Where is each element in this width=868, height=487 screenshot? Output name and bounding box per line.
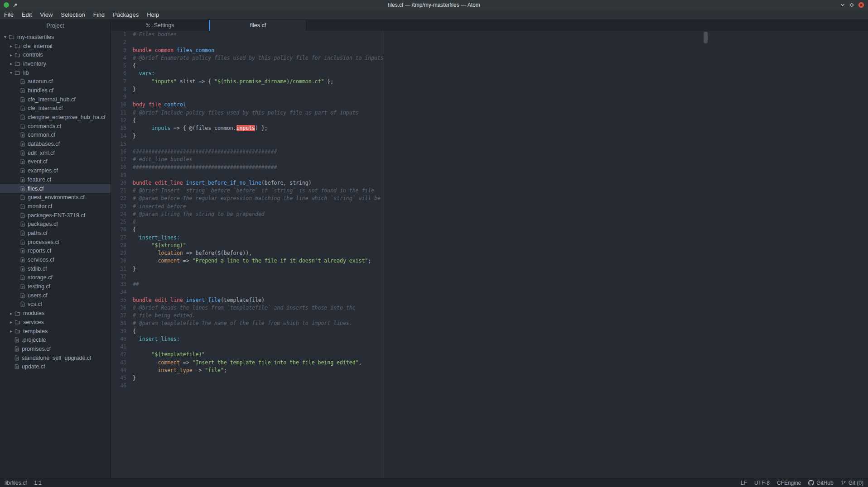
code-token: comment [158, 258, 179, 264]
tree-file-event.cf[interactable]: event.cf [0, 158, 111, 167]
chevron-right-icon[interactable]: ▸ [8, 61, 14, 66]
line-number: 39 [111, 328, 126, 335]
scrollbar-thumb[interactable] [704, 32, 708, 43]
tree-item-label: storage.cf [28, 274, 53, 281]
code-token: # Files bodies [133, 31, 177, 38]
file-icon [20, 213, 25, 218]
tree-folder-lib[interactable]: ▾lib [0, 68, 111, 77]
tree-file-monitor.cf[interactable]: monitor.cf [0, 202, 111, 211]
code-token: "$(templatefile)" [152, 351, 205, 358]
tab-files.cf[interactable]: files.cf [209, 20, 306, 31]
tree-file-update.cf[interactable]: update.cf [0, 362, 111, 371]
tree-file-files.cf[interactable]: files.cf [0, 184, 111, 193]
code-token [133, 70, 139, 76]
tree-file-cfe_internal.cf[interactable]: cfe_internal.cf [0, 104, 111, 113]
tree-file-bundles.cf[interactable]: bundles.cf [0, 86, 111, 95]
status-line-ending[interactable]: LF [741, 480, 747, 486]
file-icon [20, 141, 25, 147]
chevron-right-icon[interactable]: ▸ [8, 320, 14, 325]
chevron-down-icon[interactable]: ▾ [8, 70, 14, 75]
code-line: inputs => { @(files_common.inputs) }; [133, 124, 868, 132]
folder-icon [14, 311, 20, 316]
tree-file-vcs.cf[interactable]: vcs.cf [0, 300, 111, 309]
status-grammar[interactable]: CFEngine [777, 480, 801, 486]
menu-file[interactable]: File [0, 10, 18, 20]
tree-file-examples.cf[interactable]: examples.cf [0, 166, 111, 175]
chevron-right-icon[interactable]: ▸ [8, 329, 14, 334]
tree-folder-services[interactable]: ▸services [0, 318, 111, 327]
code-line: vars: [133, 70, 868, 77]
tree-folder-inventory[interactable]: ▸inventory [0, 59, 111, 68]
tree-file-databases.cf[interactable]: databases.cf [0, 139, 111, 148]
menu-edit[interactable]: Edit [18, 10, 36, 20]
menu-packages[interactable]: Packages [109, 10, 143, 20]
code-token: ########################################… [133, 148, 277, 155]
tree-file-cfengine_enterprise_hub_ha.cf[interactable]: cfengine_enterprise_hub_ha.cf [0, 113, 111, 122]
tree-file-testing.cf[interactable]: testing.cf [0, 282, 111, 291]
menu-find[interactable]: Find [89, 10, 109, 20]
tree-folder-my-masterfiles[interactable]: ▾my-masterfiles [0, 33, 111, 42]
tab-settings[interactable]: Settings [111, 20, 209, 31]
tree-folder-modules[interactable]: ▸modules [0, 309, 111, 318]
maximize-diamond-icon[interactable] [849, 2, 854, 8]
chevron-right-icon[interactable]: ▸ [8, 53, 14, 57]
status-file-path[interactable]: lib/files.cf [5, 480, 27, 486]
atom-app-icon[interactable] [4, 2, 9, 8]
tree-file-edit_xml.cf[interactable]: edit_xml.cf [0, 148, 111, 158]
tree-item-label: testing.cf [28, 283, 50, 290]
menu-help[interactable]: Help [143, 10, 163, 20]
code-token: # @param templatefile The name of the fi… [133, 320, 352, 326]
tree-item-label: files.cf [28, 186, 43, 192]
menu-selection[interactable]: Selection [57, 10, 89, 20]
tree-file-stdlib.cf[interactable]: stdlib.cf [0, 264, 111, 273]
tree-file-cfe_internal_hub.cf[interactable]: cfe_internal_hub.cf [0, 95, 111, 104]
code-token: file [149, 101, 161, 108]
tree-file-reports.cf[interactable]: reports.cf [0, 247, 111, 256]
tree-file-autorun.cf[interactable]: autorun.cf [0, 77, 111, 86]
tree-folder-templates[interactable]: ▸templates [0, 327, 111, 336]
tree-file-standalone_self_upgrade.cf[interactable]: standalone_self_upgrade.cf [0, 353, 111, 363]
tree-file-.projectile[interactable]: .projectile [0, 335, 111, 344]
tree-file-packages.cf[interactable]: packages.cf [0, 220, 111, 229]
tree-file-users.cf[interactable]: users.cf [0, 291, 111, 300]
pin-icon[interactable] [13, 3, 18, 8]
status-github[interactable]: GitHub [808, 480, 833, 486]
tree-file-packages-ENT-3719.cf[interactable]: packages-ENT-3719.cf [0, 211, 111, 220]
line-number: 28 [111, 242, 126, 249]
menu-view[interactable]: View [36, 10, 57, 20]
tree-file-processes.cf[interactable]: processes.cf [0, 238, 111, 247]
line-number: 3 [111, 47, 126, 54]
chevron-right-icon[interactable]: ▸ [8, 43, 14, 48]
code-line [133, 343, 868, 351]
tree-file-storage.cf[interactable]: storage.cf [0, 273, 111, 282]
code-area[interactable]: # Files bodiesbundle common files_common… [133, 31, 868, 390]
status-cursor-position[interactable]: 1:1 [34, 480, 42, 486]
close-icon[interactable] [858, 2, 864, 8]
tree-file-commands.cf[interactable]: commands.cf [0, 122, 111, 131]
tree-item-label: autorun.cf [28, 78, 53, 85]
status-encoding[interactable]: UTF-8 [754, 480, 770, 486]
tree-file-promises.cf[interactable]: promises.cf [0, 344, 111, 353]
code-token [133, 125, 152, 131]
code-token: # inserted before [133, 203, 186, 210]
line-number: 34 [111, 288, 126, 296]
chevron-down-icon[interactable]: ▾ [2, 34, 8, 39]
code-token: location [158, 250, 183, 256]
tree-file-common.cf[interactable]: common.cf [0, 131, 111, 140]
tree-file-services.cf[interactable]: services.cf [0, 255, 111, 264]
shade-chevron-down-icon[interactable] [840, 2, 845, 8]
code-token: bundle [133, 297, 152, 303]
tree-file-paths.cf[interactable]: paths.cf [0, 229, 111, 238]
chevron-right-icon[interactable]: ▸ [8, 311, 14, 316]
git-branch-icon [841, 480, 846, 486]
tree-folder-cfe_internal[interactable]: ▸cfe_internal [0, 42, 111, 51]
tree-file-feature.cf[interactable]: feature.cf [0, 175, 111, 184]
status-git-status[interactable]: Git (0) [841, 480, 863, 486]
tree-file-guest_environments.cf[interactable]: guest_environments.cf [0, 193, 111, 202]
tree-item-label: cfe_internal_hub.cf [28, 96, 76, 103]
text-editor[interactable]: 1234567891011121314151617181920212223242… [111, 31, 868, 478]
code-token: insert_file [186, 297, 221, 303]
code-line: } [133, 374, 868, 382]
line-number: 19 [111, 172, 126, 179]
tree-folder-controls[interactable]: ▸controls [0, 50, 111, 59]
